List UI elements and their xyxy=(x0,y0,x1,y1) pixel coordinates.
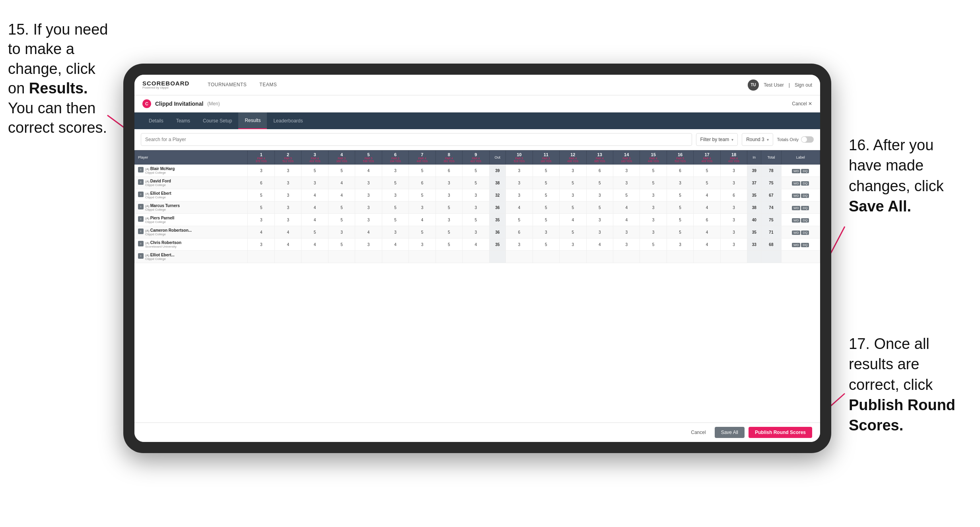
save-all-button[interactable]: Save All xyxy=(715,427,745,438)
hole-12-score[interactable]: 3 xyxy=(560,238,586,251)
hole-9-score[interactable]: 4 xyxy=(463,238,489,251)
hole-18-score[interactable]: 3 xyxy=(720,202,747,214)
hole-10-score[interactable]: 3 xyxy=(506,177,533,189)
hole-9-score[interactable] xyxy=(463,251,489,263)
hole-18-score[interactable]: 3 xyxy=(720,177,747,189)
hole-9-score[interactable]: 3 xyxy=(463,189,489,202)
hole-2-score[interactable]: 3 xyxy=(274,177,301,189)
wd-label[interactable]: WD xyxy=(792,218,800,223)
hole-5-score[interactable]: 4 xyxy=(355,226,382,238)
hole-16-score[interactable]: 5 xyxy=(667,226,693,238)
hole-7-score[interactable]: 5 xyxy=(409,189,436,202)
hole-4-score[interactable]: 5 xyxy=(328,238,355,251)
hole-13-score[interactable]: 6 xyxy=(586,165,613,177)
hole-17-score[interactable]: 4 xyxy=(694,202,720,214)
hole-4-score[interactable]: 4 xyxy=(328,189,355,202)
dq-label[interactable]: DQ xyxy=(801,206,809,210)
hole-1-score[interactable]: 3 xyxy=(248,165,274,177)
round-dropdown[interactable]: Round 3 ▾ xyxy=(742,133,773,146)
wd-label[interactable]: WD xyxy=(792,194,800,198)
hole-11-score[interactable]: 3 xyxy=(533,226,559,238)
hole-12-score[interactable]: 5 xyxy=(560,226,586,238)
hole-6-score[interactable] xyxy=(382,251,408,263)
publish-round-scores-button[interactable]: Publish Round Scores xyxy=(749,427,812,438)
hole-15-score[interactable]: 5 xyxy=(640,238,667,251)
hole-13-score[interactable]: 5 xyxy=(586,177,613,189)
hole-15-score[interactable]: 3 xyxy=(640,226,667,238)
hole-13-score[interactable]: 3 xyxy=(586,226,613,238)
hole-6-score[interactable]: 3 xyxy=(382,226,408,238)
hole-5-score[interactable]: 3 xyxy=(355,189,382,202)
hole-14-score[interactable]: 4 xyxy=(613,214,640,226)
hole-3-score[interactable]: 5 xyxy=(301,226,328,238)
hole-8-score[interactable]: 3 xyxy=(436,214,462,226)
hole-10-score[interactable]: 5 xyxy=(506,214,533,226)
hole-5-score[interactable]: 3 xyxy=(355,177,382,189)
hole-16-score[interactable]: 3 xyxy=(667,238,693,251)
hole-1-score[interactable]: 3 xyxy=(248,238,274,251)
hole-14-score[interactable]: 3 xyxy=(613,226,640,238)
hole-3-score[interactable]: 4 xyxy=(301,202,328,214)
wd-label[interactable]: WD xyxy=(792,181,800,186)
hole-7-score[interactable]: 3 xyxy=(409,238,436,251)
hole-7-score[interactable]: 5 xyxy=(409,165,436,177)
hole-12-score[interactable]: 5 xyxy=(560,202,586,214)
hole-10-score[interactable]: 3 xyxy=(506,238,533,251)
hole-17-score[interactable]: 4 xyxy=(694,238,720,251)
hole-13-score[interactable]: 4 xyxy=(586,238,613,251)
dq-label[interactable]: DQ xyxy=(801,181,809,186)
hole-10-score[interactable]: 6 xyxy=(506,226,533,238)
hole-2-score[interactable]: 3 xyxy=(274,165,301,177)
hole-16-score[interactable]: 5 xyxy=(667,202,693,214)
hole-10-score[interactable] xyxy=(506,251,533,263)
hole-11-score[interactable]: 5 xyxy=(533,165,559,177)
cancel-button[interactable]: Cancel xyxy=(686,427,710,438)
filter-by-team-dropdown[interactable]: Filter by team ▾ xyxy=(696,133,738,146)
hole-4-score[interactable]: 4 xyxy=(328,177,355,189)
hole-6-score[interactable]: 3 xyxy=(382,165,408,177)
hole-12-score[interactable]: 3 xyxy=(560,165,586,177)
hole-2-score[interactable] xyxy=(274,251,301,263)
hole-18-score[interactable] xyxy=(720,251,747,263)
hole-15-score[interactable]: 5 xyxy=(640,165,667,177)
hole-11-score[interactable]: 5 xyxy=(533,238,559,251)
hole-6-score[interactable]: 5 xyxy=(382,214,408,226)
cancel-x-button[interactable]: Cancel ✕ xyxy=(792,101,812,107)
hole-3-score[interactable] xyxy=(301,251,328,263)
wd-label[interactable]: WD xyxy=(792,231,800,235)
hole-14-score[interactable]: 3 xyxy=(613,165,640,177)
hole-8-score[interactable]: 3 xyxy=(436,177,462,189)
hole-15-score[interactable]: 3 xyxy=(640,189,667,202)
hole-15-score[interactable] xyxy=(640,251,667,263)
hole-16-score[interactable]: 5 xyxy=(667,189,693,202)
hole-5-score[interactable]: 4 xyxy=(355,165,382,177)
search-input[interactable] xyxy=(141,133,692,146)
hole-17-score[interactable]: 6 xyxy=(694,214,720,226)
hole-3-score[interactable]: 4 xyxy=(301,214,328,226)
nav-tournaments[interactable]: TOURNAMENTS xyxy=(201,75,253,95)
hole-10-score[interactable]: 3 xyxy=(506,165,533,177)
hole-14-score[interactable]: 4 xyxy=(613,202,640,214)
hole-4-score[interactable]: 3 xyxy=(328,226,355,238)
hole-2-score[interactable]: 4 xyxy=(274,238,301,251)
hole-2-score[interactable]: 3 xyxy=(274,189,301,202)
hole-12-score[interactable]: 4 xyxy=(560,214,586,226)
hole-7-score[interactable] xyxy=(409,251,436,263)
hole-5-score[interactable]: 3 xyxy=(355,202,382,214)
hole-11-score[interactable] xyxy=(533,251,559,263)
hole-2-score[interactable]: 3 xyxy=(274,202,301,214)
hole-9-score[interactable]: 3 xyxy=(463,202,489,214)
hole-5-score[interactable]: 3 xyxy=(355,238,382,251)
hole-11-score[interactable]: 5 xyxy=(533,177,559,189)
hole-7-score[interactable]: 3 xyxy=(409,202,436,214)
hole-14-score[interactable]: 5 xyxy=(613,189,640,202)
hole-15-score[interactable]: 3 xyxy=(640,214,667,226)
hole-3-score[interactable]: 5 xyxy=(301,165,328,177)
hole-16-score[interactable] xyxy=(667,251,693,263)
hole-17-score[interactable] xyxy=(694,251,720,263)
hole-8-score[interactable]: 6 xyxy=(436,165,462,177)
wd-label[interactable]: WD xyxy=(792,243,800,247)
totals-only-toggle[interactable] xyxy=(801,136,814,143)
tab-course-setup[interactable]: Course Setup xyxy=(196,112,238,129)
hole-7-score[interactable]: 4 xyxy=(409,214,436,226)
